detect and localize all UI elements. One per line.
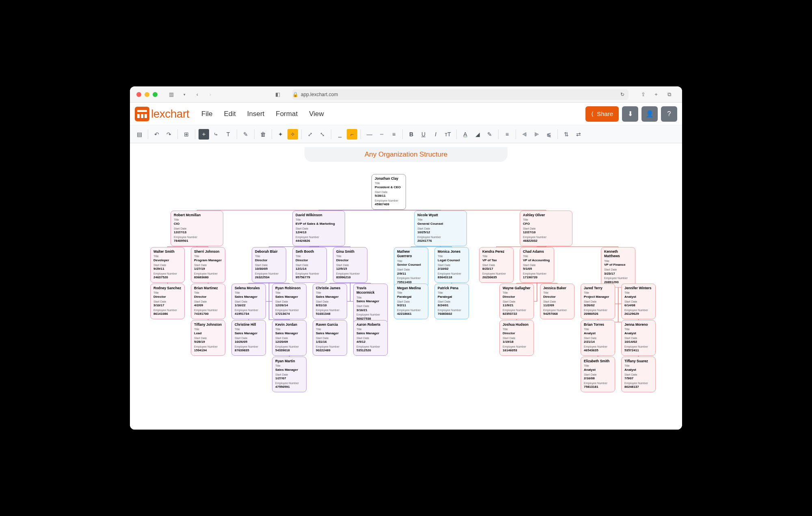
org-node[interactable]: Walter SmithTitleDeveloperStart Date9/29… xyxy=(150,247,185,283)
org-node[interactable]: Jessica BakerTitleDirectorStart Date11/2… xyxy=(540,284,574,319)
collapse-icon[interactable]: ⤡ xyxy=(317,129,328,140)
chart-title-banner: Any Organization Structure xyxy=(304,147,508,162)
org-node[interactable]: Tiffany SuarezTitleAnalystStart Date7/5/… xyxy=(621,357,656,392)
org-node[interactable]: Kenneth MatthewsTitleVP of FinanceStart … xyxy=(601,247,635,288)
share-icon[interactable]: ⇧ xyxy=(639,90,647,99)
tabs-icon[interactable]: ⧉ xyxy=(665,90,673,99)
org-node[interactable]: Ashley OliverTitleCFOStart Date12/27/10E… xyxy=(520,211,572,246)
textbox-icon[interactable]: T xyxy=(223,129,233,140)
org-node[interactable]: Joshua HudsonTitleDirectorStart Date1/19… xyxy=(499,320,534,356)
browser-window: ▥ ▾ ‹ › ◧ 🔒 app.lexchart.com ↻ ⇧ + ⧉ lex… xyxy=(130,86,682,430)
grid-icon[interactable]: ⊞ xyxy=(181,129,192,140)
shield-icon[interactable]: ◧ xyxy=(274,90,282,99)
org-node[interactable]: Patrick PenaTitleParalegalStart Date8/24… xyxy=(434,284,469,319)
back-icon[interactable]: ‹ xyxy=(193,90,201,99)
chevron-down-icon[interactable]: ▾ xyxy=(180,90,188,99)
menu-insert[interactable]: Insert xyxy=(247,110,265,118)
org-node[interactable]: Sherri JohnsonTitleProgram ManagerStart … xyxy=(191,247,225,283)
menu-view[interactable]: View xyxy=(309,110,324,118)
redo-icon[interactable]: ↷ xyxy=(164,129,174,140)
org-node[interactable]: Wayne GallagherTitleDirectorStart Date11… xyxy=(499,284,534,319)
org-node[interactable]: Chad AdamsTitleVP of AccountingStart Dat… xyxy=(520,247,554,283)
org-node[interactable]: Kevin JordanTitleSales ManagerStart Date… xyxy=(272,320,307,356)
download-button[interactable]: ⬇ xyxy=(622,106,638,122)
line-solid-icon[interactable]: — xyxy=(364,129,375,140)
maximize-icon[interactable] xyxy=(153,92,158,97)
user-button[interactable]: 👤 xyxy=(641,106,658,122)
bold-icon[interactable]: B xyxy=(406,129,417,140)
org-node[interactable]: Ryan RobinsonTitleSales ManagerStart Dat… xyxy=(272,284,307,319)
org-node[interactable]: Jennifer WintersTitleAnalystStart Date6/… xyxy=(621,284,656,319)
titlebar: ▥ ▾ ‹ › ◧ 🔒 app.lexchart.com ↻ ⇧ + ⧉ xyxy=(130,86,682,103)
undo-icon[interactable]: ↶ xyxy=(151,129,162,140)
org-node[interactable]: Elizabeth SmithTitleAnalystStart Date2/1… xyxy=(581,357,615,392)
org-node[interactable]: Jenna MorenoTitleAnalystStart Date10/14/… xyxy=(621,320,656,356)
org-node[interactable]: Nicole WyattTitleGeneral CounselStart Da… xyxy=(414,211,467,246)
share-button[interactable]: ⟨ Share xyxy=(585,106,619,122)
org-node[interactable]: Rodney SanchezTitleDirectorStart Date3/1… xyxy=(150,284,185,319)
align-h-center-icon[interactable]: ⫸ xyxy=(531,129,542,140)
swap-icon[interactable]: ⇄ xyxy=(573,129,584,140)
refresh-icon[interactable]: ↻ xyxy=(620,92,628,97)
line-weight-icon[interactable]: ≡ xyxy=(389,129,399,140)
forward-icon[interactable]: › xyxy=(206,90,214,99)
org-node[interactable]: Jared TerryTitleProject ManagerStart Dat… xyxy=(581,284,615,319)
org-node[interactable]: Gina SmithTitleDirectorStart Date12/5/15… xyxy=(333,247,367,283)
org-node[interactable]: Aaron RobertsTitleSales ManagerStart Dat… xyxy=(353,320,388,356)
logo[interactable]: lexchart xyxy=(135,107,189,121)
expand-icon[interactable]: ⤢ xyxy=(305,129,315,140)
trash-icon[interactable]: 🗑 xyxy=(258,129,268,140)
sort-icon[interactable]: ⇅ xyxy=(561,129,572,140)
new-tab-icon[interactable]: + xyxy=(652,90,660,99)
sidebar-icon[interactable]: ▥ xyxy=(167,90,175,99)
org-chart: Jonathan ClayTitlePresident & CEOStart D… xyxy=(142,174,670,417)
menu-format[interactable]: Format xyxy=(276,110,298,118)
url-bar[interactable]: 🔒 app.lexchart.com ↻ xyxy=(292,89,628,100)
close-icon[interactable] xyxy=(136,92,141,97)
org-node[interactable]: Kendra PerezTitleVP of TaxStart Date8/23… xyxy=(479,247,514,283)
underline-icon[interactable]: U xyxy=(418,129,429,140)
connector-icon[interactable]: ⤷ xyxy=(211,129,221,140)
wand-icon[interactable]: ✦ xyxy=(275,129,286,140)
org-node[interactable]: Jonathan ClayTitlePresident & CEOStart D… xyxy=(371,174,406,210)
align-left-icon[interactable]: ≡ xyxy=(502,129,512,140)
logo-text: lexchart xyxy=(151,108,189,120)
org-node[interactable]: Mathew GuerreroTitleSenior CounselStart … xyxy=(394,247,428,288)
auto-layout-icon[interactable]: ✧ xyxy=(287,129,298,140)
logo-icon xyxy=(135,107,149,121)
org-node[interactable]: David WilkinsonTitleEVP of Sales & Marke… xyxy=(292,211,345,246)
panel-icon[interactable]: ▤ xyxy=(134,129,145,140)
org-node[interactable]: Robert McmillanTitleCIOStart Date12/27/1… xyxy=(171,211,223,246)
header-right: ⟨ Share ⬇ 👤 ? xyxy=(585,106,677,122)
org-node[interactable]: Tiffany JohnstonTitleLeadStart Date5/28/… xyxy=(191,320,225,356)
org-node[interactable]: Travis MccormickTitleSales ManagerStart … xyxy=(353,284,388,324)
border-color-icon[interactable]: ✎ xyxy=(484,129,495,140)
menu-edit[interactable]: Edit xyxy=(224,110,235,118)
org-node[interactable]: Seth BoothTitleDirectorStart Date12/1/14… xyxy=(292,247,327,283)
org-node[interactable]: Christie JamesTitleSales ManagerStart Da… xyxy=(313,284,347,319)
canvas[interactable]: Any Organization Structure Jonathan Clay… xyxy=(130,143,682,430)
minimize-icon[interactable] xyxy=(145,92,149,97)
italic-icon[interactable]: I xyxy=(430,129,441,140)
edit-icon[interactable]: ✎ xyxy=(240,129,251,140)
text-size-icon[interactable]: тT xyxy=(443,129,453,140)
line-elbow-icon[interactable]: ⌐ xyxy=(347,129,357,140)
line-dashed-icon[interactable]: ┄ xyxy=(376,129,387,140)
add-node-icon[interactable]: ＋ xyxy=(199,129,209,140)
menu-file[interactable]: File xyxy=(201,110,212,118)
help-button[interactable]: ? xyxy=(661,106,677,122)
org-node[interactable]: Raven GarciaTitleSales ManagerStart Date… xyxy=(313,320,347,356)
org-node[interactable]: Brian TorresTitleAnalystStart Date2/21/1… xyxy=(581,320,615,356)
line-straight-icon[interactable]: ⎯ xyxy=(335,129,345,140)
org-node[interactable]: Brian MartinezTitleDirectorStart Date4/2… xyxy=(191,284,225,319)
text-color-icon[interactable]: A xyxy=(460,129,471,140)
org-node[interactable]: Deborah BlairTitleDirectorStart Date10/3… xyxy=(252,247,286,283)
align-h-right-icon[interactable]: ⫹ xyxy=(544,129,554,140)
org-node[interactable]: Megan MedinaTitleParalegalStart Date9/2/… xyxy=(394,284,428,319)
align-h-left-icon[interactable]: ⫷ xyxy=(519,129,530,140)
org-node[interactable]: Monica JonesTitleLegal CounselStart Date… xyxy=(434,247,469,283)
org-node[interactable]: Christine HillTitleSales ManagerStart Da… xyxy=(231,320,266,356)
fill-color-icon[interactable]: ◢ xyxy=(472,129,483,140)
org-node[interactable]: Ryan MartinTitleSales ManagerStart Date1… xyxy=(272,357,307,392)
org-node[interactable]: Selena MoralesTitleSales ManagerStart Da… xyxy=(231,284,266,319)
